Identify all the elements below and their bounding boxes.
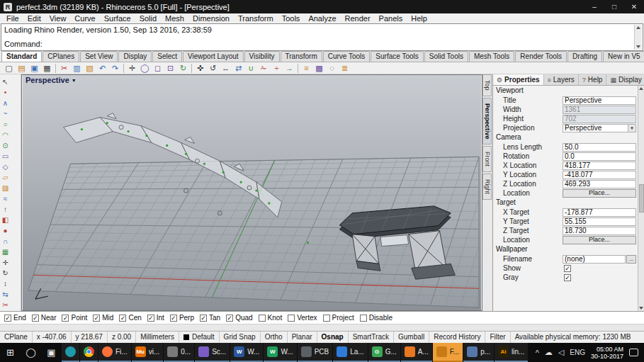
wallpaper-show-checkbox[interactable]: ✓ [564, 265, 571, 272]
tab-drafting[interactable]: Drafting [567, 51, 602, 62]
osnap-near[interactable]: ✓Near [32, 314, 57, 322]
status-record-history[interactable]: Record History [429, 332, 485, 344]
move-tool-icon[interactable]: ✛ [0, 257, 11, 268]
panel-scrollbar[interactable] [638, 86, 644, 311]
tab-new-in-v5[interactable]: New in V5 [603, 51, 644, 62]
wallpaper-gray-checkbox[interactable]: ✓ [564, 274, 571, 281]
extend-icon[interactable]: → [283, 62, 295, 74]
wallpaper-filename[interactable]: (none) [563, 255, 626, 264]
menu-analyze[interactable]: Analyze [304, 13, 340, 23]
rotation-input[interactable]: 0.0 [563, 152, 636, 161]
tab-transform[interactable]: Transform [281, 51, 322, 62]
viewport-tab-top[interactable]: Top [482, 74, 492, 96]
task-view-icon[interactable]: ▣ [41, 343, 62, 362]
scale-icon[interactable]: ↔ [220, 62, 232, 74]
tab-visibility[interactable]: Visibility [244, 51, 280, 62]
osnap-disable[interactable]: Disable [360, 314, 392, 322]
box-tool-icon[interactable]: ◧ [0, 215, 11, 225]
plane-tool-icon[interactable]: ▱ [0, 172, 11, 183]
osnap-perp[interactable]: ✓Perp [170, 314, 194, 322]
scroll-up-icon[interactable] [636, 26, 640, 29]
rotate-icon[interactable]: ↺ [207, 62, 219, 74]
redo-icon[interactable]: ↷ [109, 62, 121, 74]
language-indicator[interactable]: ENG [570, 349, 585, 356]
tab-viewport-layout[interactable]: Viewport Layout [183, 51, 244, 62]
status-osnap[interactable]: Osnap [317, 332, 349, 344]
camera-place-button[interactable]: Place... [563, 189, 636, 198]
status-smarttrack[interactable]: SmartTrack [349, 332, 394, 344]
trim-icon[interactable]: ✁ [258, 62, 270, 74]
tab-mesh-tools[interactable]: Mesh Tools [469, 51, 514, 62]
taskbar-app-illustrator[interactable]: Ailin... [495, 343, 528, 362]
x-location-input[interactable]: 418.177 [563, 162, 636, 170]
menu-help[interactable]: Help [407, 13, 431, 23]
wallpaper-browse-button[interactable]: ... [626, 255, 636, 264]
status-gumball[interactable]: Gumball [394, 332, 429, 344]
loft-tool-icon[interactable]: ≈ [0, 193, 11, 204]
taskbar-app-media[interactable] [62, 343, 79, 362]
menu-solid[interactable]: Solid [135, 13, 161, 23]
minimize-button[interactable]: – [584, 0, 604, 13]
viewport-tab-right[interactable]: Right [482, 174, 492, 200]
scroll-down-icon[interactable] [636, 45, 640, 48]
taskbar-app-sc[interactable]: Sc... [195, 343, 230, 362]
taskbar-app-firefox[interactable]: Fi... [98, 343, 131, 362]
open-file-icon[interactable]: ▤ [16, 62, 28, 74]
mirror-tool-icon[interactable]: ⇆ [0, 289, 11, 300]
panel-tab-help[interactable]: ? Help [579, 74, 607, 85]
panel-tab-layers[interactable]: ≡ Layers [544, 74, 579, 85]
panel-tab-display[interactable]: ▦ Display [606, 74, 644, 85]
target-place-button[interactable]: Place... [563, 236, 636, 244]
tab-solid-tools[interactable]: Solid Tools [424, 51, 468, 62]
zoom-extents-icon[interactable]: ⊡ [164, 62, 176, 74]
cut-icon[interactable]: ✂ [58, 62, 70, 74]
viewport-tab-front[interactable]: Front [482, 146, 492, 172]
sphere-tool-icon[interactable]: ● [0, 225, 11, 236]
rectangle-tool-icon[interactable]: ▭ [0, 151, 11, 162]
extrude-tool-icon[interactable]: ↑ [0, 204, 11, 215]
osnap-vertex[interactable]: Vertex [288, 314, 317, 322]
osnap-project[interactable]: Project [323, 314, 354, 322]
search-icon[interactable]: ◯ [21, 343, 41, 362]
taskbar-app-mu[interactable]: Muvi... [132, 343, 164, 362]
command-scrollbar[interactable] [634, 25, 642, 50]
status-grid-snap[interactable]: Grid Snap [220, 332, 261, 344]
tab-display[interactable]: Display [118, 51, 152, 62]
zoom-window-icon[interactable]: ◻ [152, 62, 164, 74]
menu-edit[interactable]: Edit [23, 13, 45, 23]
menu-file[interactable]: File [2, 13, 23, 23]
osnap-end[interactable]: ✓End [4, 314, 26, 322]
maximize-button[interactable]: □ [604, 0, 624, 13]
action-center-icon[interactable] [629, 349, 638, 356]
osnap-knot[interactable]: Knot [259, 314, 283, 322]
circle-tool-icon[interactable]: ○ [0, 119, 11, 130]
tab-select[interactable]: Select [152, 51, 182, 62]
polyline-tool-icon[interactable]: ∧ [0, 98, 11, 108]
scroll-up-icon[interactable] [639, 87, 643, 90]
mesh-tool-icon[interactable]: ▦ [0, 247, 11, 257]
taskbar-app-word[interactable]: WW... [230, 343, 263, 362]
zoom-icon[interactable]: ◯ [139, 62, 151, 74]
z-target-input[interactable]: 18.730 [563, 227, 636, 235]
taskbar-app-g[interactable]: GG... [368, 343, 400, 362]
taskbar-app-chrome[interactable] [80, 343, 98, 362]
menu-mesh[interactable]: Mesh [161, 13, 188, 23]
osnap-int[interactable]: ✓Int [147, 314, 164, 322]
arc-tool-icon[interactable]: ◠ [0, 130, 11, 140]
title-input[interactable]: Perspective [563, 96, 636, 105]
offset-icon[interactable]: ≡ [300, 62, 312, 74]
polygon-tool-icon[interactable]: ◇ [0, 162, 11, 172]
paste-icon[interactable]: ▧ [84, 62, 96, 74]
menu-surface[interactable]: Surface [100, 13, 135, 23]
taskbar-app-la[interactable]: La... [333, 343, 367, 362]
copy-icon[interactable]: ▥ [71, 62, 83, 74]
tab-cplanes[interactable]: CPlanes [43, 51, 79, 62]
command-input[interactable] [45, 40, 631, 48]
viewport-title-menu[interactable]: Perspective ▼ [26, 76, 77, 84]
lens-length-input[interactable]: 50.0 [563, 143, 636, 152]
viewport-tab-perspective[interactable]: Perspective [482, 98, 492, 145]
array-icon[interactable]: ▩ [313, 62, 325, 74]
tray-expand-icon[interactable]: ^ [536, 349, 539, 357]
osnap-quad[interactable]: ✓Quad [226, 314, 252, 322]
start-button[interactable]: ⊞ [0, 343, 21, 362]
